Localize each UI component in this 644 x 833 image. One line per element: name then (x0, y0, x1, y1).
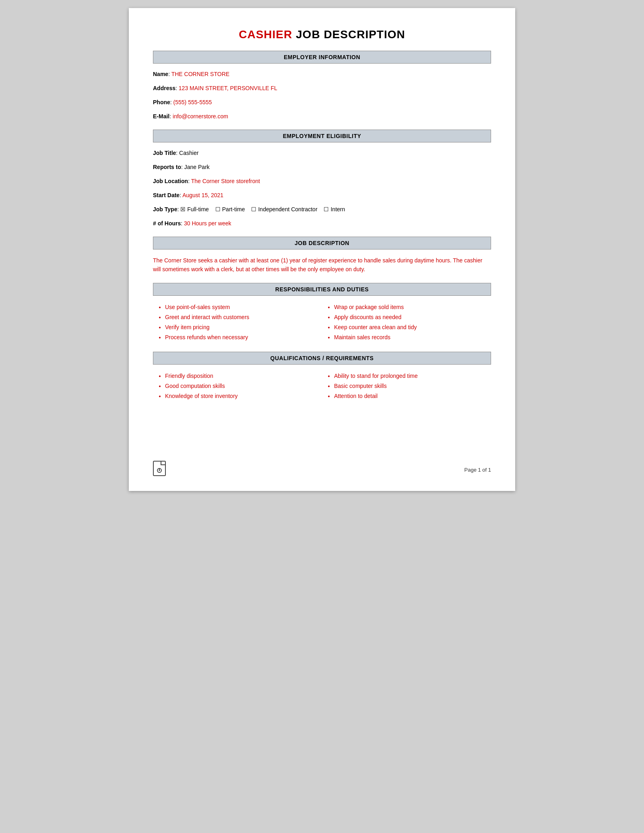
job-type-row: Job Type: ☒ Full-time ☐ Part-time ☐ Inde… (153, 205, 491, 214)
job-type-fulltime: ☒ Full-time (180, 205, 209, 214)
job-type-parttime: ☐ Part-time (215, 205, 245, 214)
employer-address-value: 123 MAIN STREET, PERSONVILLE FL (179, 85, 277, 91)
title-black: JOB DESCRIPTION (292, 28, 405, 41)
hours-number: 30 Hours per week (184, 220, 231, 227)
qualifications-col2: Ability to stand for prolonged time Basi… (322, 371, 491, 402)
job-description-text: The Corner Store seeks a cashier with at… (153, 256, 491, 274)
job-title-row: Job Title: Cashier (153, 149, 491, 157)
list-item: Attention to detail (334, 391, 491, 401)
reports-to-row: Reports to: Jane Park (153, 163, 491, 171)
responsibilities-col1: Use point-of-sales system Greet and inte… (153, 302, 322, 343)
qualifications-list: Friendly disposition Good computation sk… (153, 371, 491, 402)
start-date-label: Start Date (153, 192, 180, 198)
reports-to-label: Reports to (153, 164, 181, 170)
page-title: CASHIER JOB DESCRIPTION (153, 28, 491, 41)
list-item: Greet and interact with customers (165, 312, 322, 322)
responsibilities-section: RESPONSIBILITIES AND DUTIES Use point-of… (153, 283, 491, 343)
hours-row: # of Hours: 30 Hours per week (153, 219, 491, 228)
qualifications-section: QUALIFICATIONS / REQUIREMENTS Friendly d… (153, 352, 491, 402)
eligibility-info: Job Title: Cashier Reports to: Jane Park… (153, 149, 491, 228)
responsibilities-col2: Wrap or package sold items Apply discoun… (322, 302, 491, 343)
list-item: Friendly disposition (165, 371, 322, 381)
list-item: Use point-of-sales system (165, 302, 322, 312)
job-location-value: The Corner Store storefront (191, 178, 260, 184)
list-item: Maintain sales records (334, 332, 491, 342)
job-location-label: Job Location (153, 178, 188, 184)
employer-header: EMPLOYER INFORMATION (153, 51, 491, 64)
list-item: Basic computer skills (334, 381, 491, 391)
job-title-value: Cashier (179, 150, 198, 156)
employer-info: Name: THE CORNER STORE Address: 123 MAIN… (153, 70, 491, 121)
employer-email-row: E-Mail: info@cornerstore.com (153, 112, 491, 121)
list-item: Verify item pricing (165, 322, 322, 332)
list-item: Good computation skills (165, 381, 322, 391)
employer-address-label: Address (153, 85, 175, 91)
document-page: CASHIER JOB DESCRIPTION EMPLOYER INFORMA… (129, 8, 515, 491)
start-date-value: August 15, 2021 (182, 192, 223, 198)
job-type-label: Job Type (153, 206, 177, 212)
qualifications-header: QUALIFICATIONS / REQUIREMENTS (153, 352, 491, 365)
title-red: CASHIER (239, 28, 292, 41)
list-item: Knowledge of store inventory (165, 391, 322, 401)
list-item: Wrap or package sold items (334, 302, 491, 312)
job-description-section: JOB DESCRIPTION The Corner Store seeks a… (153, 237, 491, 274)
responsibilities-list: Use point-of-sales system Greet and inte… (153, 302, 491, 343)
employer-name-value: THE CORNER STORE (171, 71, 229, 77)
eligibility-header: EMPLOYMENT ELIGIBILITY (153, 130, 491, 142)
employer-section: EMPLOYER INFORMATION Name: THE CORNER ST… (153, 51, 491, 121)
employer-address-row: Address: 123 MAIN STREET, PERSONVILLE FL (153, 84, 491, 93)
job-type-intern: ☐ Intern (324, 205, 345, 214)
employer-email-label: E-Mail (153, 113, 169, 120)
job-location-row: Job Location: The Corner Store storefron… (153, 177, 491, 186)
list-item: Process refunds when necessary (165, 332, 322, 342)
list-item: Keep counter area clean and tidy (334, 322, 491, 332)
page-number: Page 1 of 1 (464, 467, 491, 473)
list-item: Ability to stand for prolonged time (334, 371, 491, 381)
employer-phone-value: (555) 555-5555 (173, 99, 212, 105)
eligibility-section: EMPLOYMENT ELIGIBILITY Job Title: Cashie… (153, 130, 491, 228)
job-type-contractor: ☐ Independent Contractor (251, 205, 317, 214)
job-description-header: JOB DESCRIPTION (153, 237, 491, 249)
responsibilities-header: RESPONSIBILITIES AND DUTIES (153, 283, 491, 296)
employer-name-label: Name (153, 71, 168, 77)
employer-name-row: Name: THE CORNER STORE (153, 70, 491, 78)
employer-email-value: info@cornerstore.com (173, 113, 228, 120)
job-title-label: Job Title (153, 150, 176, 156)
hours-label: # of Hours (153, 220, 181, 227)
footer: Page 1 of 1 (129, 461, 515, 479)
employer-phone-row: Phone: (555) 555-5555 (153, 98, 491, 107)
svg-point-3 (159, 470, 160, 471)
employer-phone-label: Phone (153, 99, 170, 105)
reports-to-value: Jane Park (184, 164, 210, 170)
hours-value: 30 Hours per week (184, 220, 231, 227)
list-item: Apply discounts as needed (334, 312, 491, 322)
qualifications-col1: Friendly disposition Good computation sk… (153, 371, 322, 402)
document-icon (153, 461, 166, 479)
start-date-row: Start Date: August 15, 2021 (153, 191, 491, 200)
